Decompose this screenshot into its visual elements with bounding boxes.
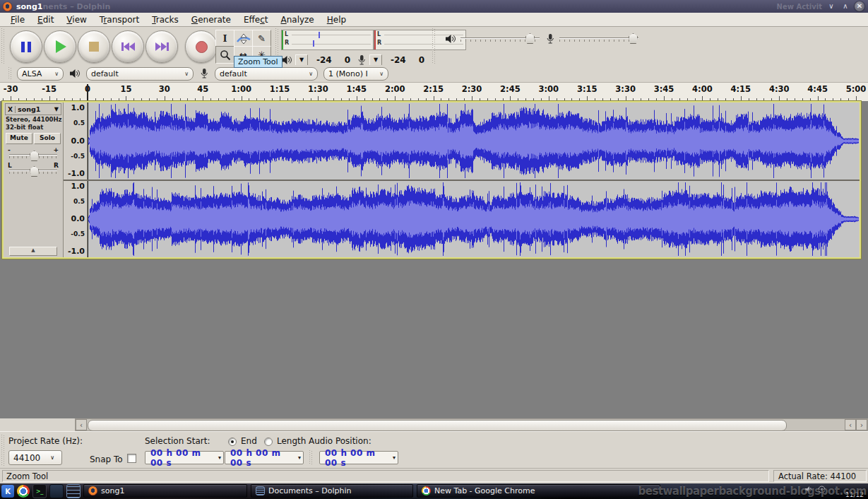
input-volume-thumb[interactable] xyxy=(629,33,638,44)
scrollbar-thumb[interactable] xyxy=(88,420,787,431)
selection-tool-button[interactable]: I xyxy=(215,30,234,47)
recording-meter-dropdown[interactable]: ▼ xyxy=(369,54,382,66)
ruler-label-2:00: 2:00 xyxy=(385,84,405,94)
track-format-line2: 32-bit float xyxy=(4,123,63,131)
amp-label--0.5: -0.5 xyxy=(71,153,85,160)
gain-slider-thumb[interactable] xyxy=(30,151,39,161)
pause-button[interactable] xyxy=(10,30,42,63)
track-menu-caret[interactable]: ▼ xyxy=(54,106,61,112)
track-format-line1: Stereo, 44100Hz xyxy=(4,115,63,123)
maximize-button[interactable]: ∧ xyxy=(840,1,850,11)
skip-to-start-button[interactable] xyxy=(112,30,144,63)
solo-button[interactable]: Solo xyxy=(34,133,61,144)
title-bar[interactable]: song1 nents – Dolphin New Activit ∨ ∧ ✕ xyxy=(0,0,868,13)
menu-view[interactable]: View xyxy=(60,13,93,26)
ruler-tick xyxy=(311,98,311,100)
menu-transport[interactable]: Transport xyxy=(93,13,145,26)
draw-tool-button[interactable]: ✎ xyxy=(252,30,271,47)
ruler-tick xyxy=(210,98,211,100)
task-button-chrome[interactable]: New Tab - Google Chrome xyxy=(417,484,660,498)
snap-to-checkbox[interactable] xyxy=(127,454,136,463)
file-cabinet-launcher-icon[interactable] xyxy=(66,484,81,498)
ruler-tick xyxy=(141,98,142,100)
ruler-tick xyxy=(379,98,380,100)
menu-effect[interactable]: Effect xyxy=(237,13,275,26)
zoom-tool-button[interactable] xyxy=(215,46,234,64)
envelope-tool-button[interactable] xyxy=(234,30,253,47)
task-button-audacity[interactable]: song1 xyxy=(83,484,247,498)
scroll-right-arrow[interactable]: › xyxy=(856,419,867,430)
ruler-label--15: -15 xyxy=(42,84,57,94)
minimize-button[interactable]: ∨ xyxy=(826,1,836,11)
editor-launcher-icon[interactable] xyxy=(49,484,64,498)
amplitude-ruler-left-channel[interactable]: 1.00.50.0-0.5-1.0 xyxy=(64,102,88,180)
dolphin-icon xyxy=(256,486,265,495)
mixer-toolbar-grip[interactable] xyxy=(432,28,435,64)
end-radio[interactable] xyxy=(228,438,237,446)
playback-meter[interactable]: L R xyxy=(281,30,374,50)
pan-slider-thumb[interactable] xyxy=(30,166,39,177)
track-collapse-button[interactable]: ▲ xyxy=(9,247,57,256)
timeline-ruler[interactable]: -30-1501530451:001:151:301:452:002:152:3… xyxy=(0,83,868,102)
ruler-tick xyxy=(195,98,196,100)
pan-slider[interactable]: L R xyxy=(8,164,59,175)
menu-edit[interactable]: Edit xyxy=(31,13,60,26)
device-toolbar: ALSA∨ default∨ default∨ 1 (Mono) I∨ xyxy=(0,65,868,83)
gain-slider[interactable]: - + xyxy=(8,148,59,160)
ruler-tick xyxy=(426,98,427,100)
transport-toolbar-grip[interactable] xyxy=(1,28,4,64)
ruler-tick xyxy=(787,98,787,100)
input-volume-slider[interactable] xyxy=(559,35,638,42)
close-button[interactable]: ✕ xyxy=(855,1,864,11)
menu-analyze[interactable]: Analyze xyxy=(274,13,320,26)
track-song1[interactable]: X song1 ▼ Stereo, 44100Hz 32-bit float M… xyxy=(2,101,861,259)
ruler-tick xyxy=(818,96,819,100)
microphone-icon xyxy=(545,33,555,45)
amp-label--1.0: -1.0 xyxy=(68,169,85,178)
device-toolbar-grip[interactable] xyxy=(8,67,11,80)
recording-channels-select[interactable]: 1 (Mono) I∨ xyxy=(323,67,388,81)
menu-generate[interactable]: Generate xyxy=(185,13,237,26)
ruler-tick xyxy=(403,98,403,100)
horizontal-scrollbar[interactable]: ‹ ‹ › xyxy=(75,418,868,431)
output-volume-slider[interactable] xyxy=(460,35,540,42)
project-rate-select[interactable]: 44100 ∨ xyxy=(8,450,62,465)
playback-meter-dropdown[interactable]: ▼ xyxy=(295,54,308,66)
ruler-tick xyxy=(679,98,680,100)
ruler-label-15: 15 xyxy=(120,84,131,94)
audio-host-select[interactable]: ALSA∨ xyxy=(17,67,64,81)
menu-help[interactable]: Help xyxy=(321,13,352,26)
amplitude-ruler-right-channel[interactable]: 1.00.50.0-0.5-1.0 xyxy=(64,181,88,257)
ruler-tick xyxy=(549,96,549,100)
ruler-tick xyxy=(856,96,857,100)
output-volume-thumb[interactable] xyxy=(525,33,535,44)
ruler-tick xyxy=(103,98,104,100)
chrome-launcher-icon[interactable] xyxy=(17,485,30,498)
menu-file[interactable]: File xyxy=(4,13,31,26)
task-button-dolphin[interactable]: Documents – Dolphin xyxy=(251,484,413,498)
waveform-left-channel[interactable] xyxy=(88,102,860,180)
skip-to-end-button[interactable] xyxy=(145,30,178,63)
selection-toolbar-grip[interactable] xyxy=(1,435,4,466)
track-close-button[interactable]: X xyxy=(6,106,16,113)
scroll-left-arrow-2[interactable]: ‹ xyxy=(845,419,856,430)
terminal-launcher-icon[interactable]: >_ xyxy=(32,484,47,498)
kde-menu-icon[interactable]: K xyxy=(1,485,14,498)
play-button[interactable] xyxy=(44,30,76,63)
audio-position-field[interactable]: 00 h 00 m 00 s▾ xyxy=(319,451,398,464)
stop-button[interactable] xyxy=(78,30,110,63)
track-control-panel[interactable]: X song1 ▼ Stereo, 44100Hz 32-bit float M… xyxy=(4,102,64,257)
recording-device-select[interactable]: default∨ xyxy=(215,67,318,81)
selection-start-field[interactable]: 00 h 00 m 00 s▾ xyxy=(145,451,224,464)
waveform-right-channel[interactable] xyxy=(88,181,860,257)
mute-button[interactable]: Mute xyxy=(6,133,32,144)
length-radio[interactable] xyxy=(264,438,273,446)
ruler-tick xyxy=(80,98,81,100)
ruler-label-3:15: 3:15 xyxy=(577,84,598,94)
time-toolbar-grip[interactable] xyxy=(309,450,312,464)
playback-device-select[interactable]: default∨ xyxy=(86,67,194,81)
menu-tracks[interactable]: Tracks xyxy=(145,13,185,26)
record-button[interactable] xyxy=(185,30,218,63)
selection-end-field[interactable]: 00 h 00 m 00 s▾ xyxy=(225,451,304,464)
scroll-left-arrow[interactable]: ‹ xyxy=(76,419,87,430)
